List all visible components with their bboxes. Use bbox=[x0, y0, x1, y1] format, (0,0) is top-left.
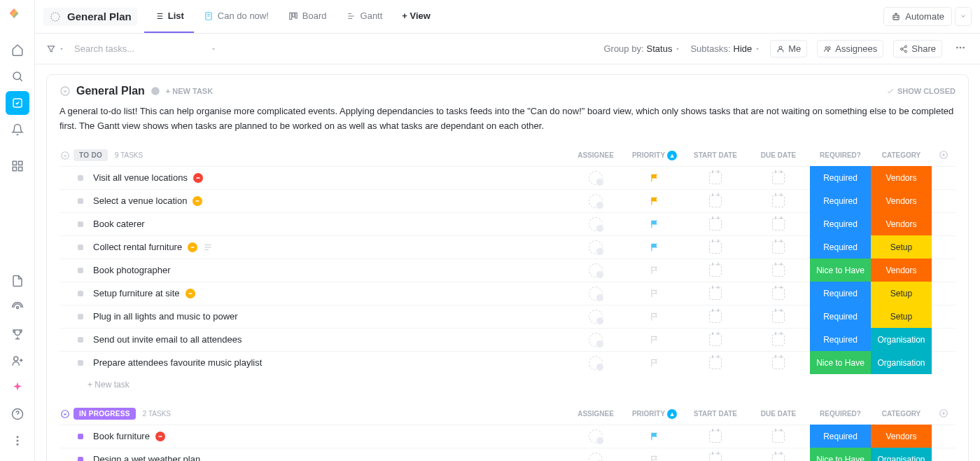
priority-cell[interactable] bbox=[625, 455, 684, 461]
assignee-cell[interactable] bbox=[566, 217, 625, 231]
required-cell[interactable]: Required bbox=[810, 189, 871, 212]
automate-button[interactable]: Automate bbox=[883, 7, 952, 26]
task-row[interactable]: Book furnitureRequiredVendors bbox=[59, 425, 955, 448]
start-date-cell[interactable] bbox=[684, 357, 747, 369]
start-date-cell[interactable] bbox=[684, 241, 747, 254]
col-category[interactable]: CATEGORY bbox=[871, 410, 932, 418]
priority-cell[interactable] bbox=[625, 358, 684, 368]
task-name[interactable]: Setup furniture at site bbox=[93, 288, 566, 298]
assignee-cell[interactable] bbox=[566, 287, 625, 301]
priority-flag-icon[interactable] bbox=[650, 173, 659, 183]
more-button[interactable] bbox=[952, 39, 969, 58]
col-priority[interactable]: PRIORITY▲ bbox=[625, 151, 684, 160]
col-required[interactable]: REQUIRED? bbox=[810, 410, 871, 418]
task-status-dot[interactable] bbox=[78, 175, 83, 181]
task-name[interactable]: Prepare attendees favourite music playli… bbox=[93, 357, 566, 368]
search-input[interactable] bbox=[74, 43, 200, 54]
filter-button[interactable] bbox=[46, 44, 64, 54]
task-row[interactable]: Visit all venue locationsRequiredVendors bbox=[59, 166, 955, 189]
view-tab-can-do-now-[interactable]: Can do now! bbox=[194, 0, 279, 33]
col-due-date[interactable]: DUE DATE bbox=[747, 151, 810, 159]
assignee-cell[interactable] bbox=[566, 333, 625, 347]
share-button[interactable]: Share bbox=[893, 40, 942, 57]
sidebar-help[interactable] bbox=[6, 402, 29, 426]
start-date-cell[interactable] bbox=[684, 264, 747, 277]
due-date-cell[interactable] bbox=[747, 453, 810, 461]
required-cell[interactable]: Required bbox=[810, 305, 871, 328]
due-date-cell[interactable] bbox=[747, 287, 810, 300]
sidebar-invite[interactable] bbox=[6, 349, 29, 373]
group-by-selector[interactable]: Group by: Status bbox=[603, 43, 680, 54]
priority-cell[interactable] bbox=[625, 335, 684, 345]
start-date-cell[interactable] bbox=[684, 310, 747, 323]
task-name[interactable]: Select a venue location bbox=[93, 195, 566, 206]
priority-cell[interactable] bbox=[625, 289, 684, 298]
due-date-cell[interactable] bbox=[747, 430, 810, 443]
category-cell[interactable]: Organisation bbox=[871, 328, 932, 351]
task-row[interactable]: Book catererRequiredVendors bbox=[59, 212, 955, 235]
priority-cell[interactable] bbox=[625, 196, 684, 206]
task-row[interactable]: Collect rental furnitureRequiredSetup bbox=[59, 235, 955, 259]
required-cell[interactable]: Nice to Have bbox=[810, 259, 871, 282]
new-task-button[interactable]: + NEW TASK bbox=[166, 87, 213, 95]
task-status-dot[interactable] bbox=[78, 314, 83, 319]
assignee-cell[interactable] bbox=[566, 429, 625, 443]
col-start-date[interactable]: START DATE bbox=[684, 410, 747, 418]
due-date-cell[interactable] bbox=[747, 195, 810, 207]
priority-cell[interactable] bbox=[625, 219, 684, 229]
task-status-dot[interactable] bbox=[78, 457, 83, 461]
chevron-down-icon[interactable] bbox=[59, 85, 71, 97]
task-status-dot[interactable] bbox=[78, 245, 83, 250]
required-cell[interactable]: Required bbox=[810, 425, 871, 448]
assignee-cell[interactable] bbox=[566, 171, 625, 185]
due-date-cell[interactable] bbox=[747, 172, 810, 184]
breadcrumb[interactable]: General Plan bbox=[43, 8, 137, 26]
me-filter-button[interactable]: Me bbox=[770, 40, 807, 57]
task-row[interactable]: Design a wet weather planNice to HaveOrg… bbox=[59, 448, 955, 461]
sidebar-apps[interactable] bbox=[6, 154, 29, 178]
automate-dropdown[interactable] bbox=[955, 7, 972, 26]
required-cell[interactable]: Required bbox=[810, 235, 871, 259]
col-assignee[interactable]: ASSIGNEE bbox=[566, 151, 625, 159]
task-row[interactable]: Select a venue locationRequiredVendors bbox=[59, 189, 955, 212]
start-date-cell[interactable] bbox=[684, 218, 747, 230]
category-cell[interactable]: Vendors bbox=[871, 189, 932, 212]
view-tab-gantt[interactable]: Gantt bbox=[337, 0, 393, 33]
col-priority[interactable]: PRIORITY▲ bbox=[625, 409, 684, 419]
view-tab-board[interactable]: Board bbox=[279, 0, 337, 33]
due-date-cell[interactable] bbox=[747, 310, 810, 323]
priority-flag-icon[interactable] bbox=[650, 266, 659, 275]
task-status-dot[interactable] bbox=[78, 337, 83, 343]
col-category[interactable]: CATEGORY bbox=[871, 151, 932, 159]
category-cell[interactable]: Vendors bbox=[871, 212, 932, 235]
task-status-dot[interactable] bbox=[78, 360, 83, 366]
col-assignee[interactable]: ASSIGNEE bbox=[566, 410, 625, 418]
sidebar-more[interactable] bbox=[6, 429, 29, 453]
sidebar-ai[interactable] bbox=[6, 376, 29, 399]
new-task-row[interactable]: + New task bbox=[59, 374, 955, 399]
priority-flag-icon[interactable] bbox=[650, 455, 659, 461]
assignee-cell[interactable] bbox=[566, 356, 625, 370]
category-cell[interactable]: Organisation bbox=[871, 351, 932, 374]
sidebar-notifications[interactable] bbox=[6, 118, 29, 142]
start-date-cell[interactable] bbox=[684, 333, 747, 346]
group-status-label[interactable]: TO DO bbox=[74, 149, 108, 161]
show-closed-button[interactable]: SHOW CLOSED bbox=[886, 87, 955, 95]
task-status-dot[interactable] bbox=[78, 221, 83, 227]
task-status-dot[interactable] bbox=[78, 291, 83, 296]
sidebar-tasks[interactable] bbox=[6, 91, 29, 115]
category-cell[interactable]: Vendors bbox=[871, 425, 932, 448]
required-cell[interactable]: Nice to Have bbox=[810, 351, 871, 374]
priority-cell[interactable] bbox=[625, 312, 684, 322]
start-date-cell[interactable] bbox=[684, 195, 747, 207]
sidebar-trophy[interactable] bbox=[6, 322, 29, 346]
subtasks-selector[interactable]: Subtasks: Hide bbox=[690, 43, 760, 54]
subtask-icon[interactable] bbox=[203, 242, 213, 252]
priority-flag-icon[interactable] bbox=[650, 312, 659, 322]
task-row[interactable]: Send out invite email to all attendeesRe… bbox=[59, 328, 955, 351]
task-row[interactable]: Book photographerNice to HaveVendors bbox=[59, 259, 955, 282]
assignee-cell[interactable] bbox=[566, 453, 625, 461]
view-tab-list[interactable]: List bbox=[144, 0, 194, 33]
task-row[interactable]: Plug in all lights and music to powerReq… bbox=[59, 305, 955, 328]
category-cell[interactable]: Vendors bbox=[871, 259, 932, 282]
